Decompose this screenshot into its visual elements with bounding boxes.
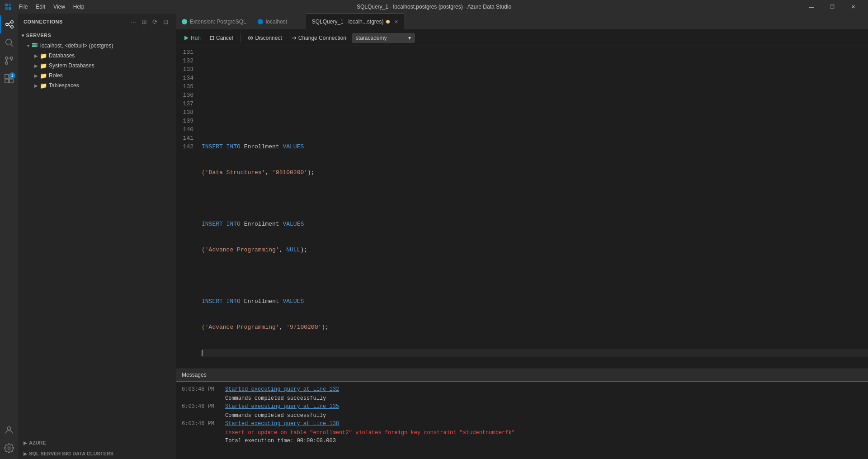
disconnect-icon — [248, 35, 253, 41]
code-line-137: INSERT INTO Enrollment VALUES — [202, 220, 868, 228]
sql-big-data-label: SQL SERVER BIG DATA CLUSTERS — [29, 451, 113, 456]
azure-section[interactable]: ▶ AZURE — [18, 437, 176, 448]
sidebar-new-connection-button[interactable]: ⊞ — [140, 17, 149, 26]
system-databases-label: System Databases — [49, 62, 94, 69]
code-content[interactable]: INSERT INTO Enrollment VALUES ('Data Str… — [198, 46, 868, 369]
sidebar-title: CONNECTIONS — [24, 19, 63, 24]
change-connection-button[interactable]: Change Connection — [288, 33, 350, 43]
connection-value: staracademy — [356, 35, 387, 41]
sidebar-content: ▾ SERVERS ▾ localhost, <default> (postgr… — [18, 30, 176, 437]
disconnect-label: Disconnect — [255, 35, 282, 41]
msg-time-1: 6:03:46 PM — [182, 385, 218, 393]
svg-rect-14 — [5, 75, 9, 78]
tab-close-button[interactable]: × — [394, 18, 398, 25]
title-bar-left: File Edit View Help — [5, 3, 88, 11]
disconnect-button[interactable]: Disconnect — [244, 33, 285, 43]
activity-settings[interactable] — [0, 439, 18, 457]
msg-link-2[interactable]: Started executing query at Line 135 — [225, 402, 339, 411]
servers-label: SERVERS — [26, 33, 52, 38]
menu-file[interactable]: File — [15, 3, 31, 11]
activity-source-control[interactable] — [0, 52, 18, 70]
sidebar-more-button[interactable]: ··· — [129, 17, 138, 26]
code-line-134: INSERT INTO Enrollment VALUES — [202, 142, 868, 151]
change-connection-icon — [291, 35, 297, 41]
roles-label: Roles — [49, 72, 63, 79]
databases-folder[interactable]: ▶ 📁 Databases — [18, 51, 176, 61]
close-button[interactable]: ✕ — [843, 0, 863, 14]
messages-tab[interactable]: Messages — [176, 369, 868, 382]
svg-rect-2 — [5, 7, 8, 10]
tablespaces-chevron-icon: ▶ — [34, 83, 38, 88]
code-line-135: ('Data Structures', '98100200'); — [202, 168, 868, 177]
svg-point-18 — [7, 427, 10, 430]
msg-link-3[interactable]: Started executing query at Line 138 — [225, 420, 339, 428]
tab-bar: Extension: PostgreSQL localhost SQLQuery… — [176, 14, 868, 30]
cancel-button[interactable]: Cancel — [206, 33, 236, 43]
sidebar-collapse-button[interactable]: ⊡ — [161, 17, 170, 26]
menu-view[interactable]: View — [50, 3, 69, 11]
svg-rect-3 — [9, 7, 11, 10]
roles-folder[interactable]: ▶ 📁 Roles — [18, 71, 176, 80]
tab-sqlquery[interactable]: SQLQuery_1 - localh...stgres) × — [307, 14, 404, 29]
server-name: localhost, <default> (postgres) — [40, 43, 113, 49]
svg-point-19 — [8, 447, 10, 450]
app-body: 1 CONNECTIONS ··· ⊞ ⟳ ⊡ ▾ SERVERS — [0, 14, 868, 459]
activity-profile[interactable] — [0, 421, 18, 439]
roles-folder-icon: 📁 — [40, 72, 47, 79]
svg-point-23 — [37, 46, 38, 47]
minimize-button[interactable]: — — [801, 0, 822, 14]
maximize-button[interactable]: ❐ — [822, 0, 843, 14]
code-line-133 — [202, 117, 868, 125]
tab-extension-postgresql[interactable]: Extension: PostgreSQL — [176, 14, 252, 29]
activity-connections[interactable] — [0, 15, 18, 33]
code-line-138: ('Advance Programming', NULL); — [202, 246, 868, 254]
server-item[interactable]: ▾ localhost, <default> (postgres) — [18, 41, 176, 51]
connection-dropdown[interactable]: staracademy ▾ — [352, 33, 415, 43]
sidebar-footer: ▶ AZURE ▶ SQL SERVER BIG DATA CLUSTERS — [18, 437, 176, 459]
tab-icon-extension — [182, 19, 187, 24]
sql-big-data-section[interactable]: ▶ SQL SERVER BIG DATA CLUSTERS — [18, 448, 176, 459]
svg-point-13 — [10, 57, 13, 60]
code-line-142 — [202, 349, 868, 357]
svg-point-12 — [5, 57, 8, 60]
line-numbers: 131 132 133 134 135 136 137 138 139 140 … — [176, 46, 198, 369]
sidebar-refresh-button[interactable]: ⟳ — [151, 17, 160, 26]
servers-section-header[interactable]: ▾ SERVERS — [18, 30, 176, 41]
message-text-2: Commands completed successfully — [182, 412, 863, 420]
msg-time-2: 6:03:46 PM — [182, 402, 218, 411]
message-text-1: Commands completed successfully — [182, 394, 863, 402]
window-title: SQLQuery_1 - localhost.postgres (postgre… — [357, 4, 511, 10]
sql-big-data-chevron-icon: ▶ — [24, 451, 27, 456]
activity-search[interactable] — [0, 33, 18, 52]
activity-extensions[interactable]: 1 — [0, 70, 18, 88]
message-row-2: 6:03:46 PM Started executing query at Li… — [182, 402, 863, 411]
svg-point-11 — [5, 62, 8, 65]
code-editor[interactable]: 131 132 133 134 135 136 137 138 139 140 … — [176, 46, 868, 369]
msg-link-1[interactable]: Started executing query at Line 132 — [225, 385, 339, 393]
roles-chevron-icon: ▶ — [34, 73, 38, 78]
tablespaces-folder[interactable]: ▶ 📁 Tablespaces — [18, 80, 176, 90]
tab-localhost[interactable]: localhost — [252, 14, 307, 29]
svg-line-8 — [8, 25, 11, 27]
run-label: Run — [191, 35, 201, 41]
code-line-132 — [202, 91, 868, 99]
azure-chevron-icon: ▶ — [24, 440, 27, 445]
system-databases-folder[interactable]: ▶ 📁 System Databases — [18, 61, 176, 71]
svg-point-5 — [11, 21, 14, 24]
menu-help[interactable]: Help — [70, 3, 88, 11]
message-row-1: 6:03:46 PM Started executing query at Li… — [182, 385, 863, 393]
messages-content: 6:03:46 PM Started executing query at Li… — [176, 382, 868, 459]
run-button[interactable]: Run — [180, 33, 204, 43]
menu-edit[interactable]: Edit — [32, 3, 49, 11]
tab-label-localhost: localhost — [266, 19, 287, 25]
code-line-131 — [202, 65, 868, 74]
editor-area: 131 132 133 134 135 136 137 138 139 140 … — [176, 46, 868, 459]
code-line-140: INSERT INTO Enrollment VALUES — [202, 297, 868, 306]
msg-time-3: 6:03:46 PM — [182, 420, 218, 428]
extensions-badge: 1 — [9, 72, 15, 79]
svg-line-7 — [8, 22, 11, 24]
tab-modified-dot — [386, 20, 390, 24]
dropdown-arrow-icon: ▾ — [408, 35, 411, 41]
servers-chevron-icon: ▾ — [22, 33, 24, 38]
activity-bar: 1 — [0, 14, 18, 459]
